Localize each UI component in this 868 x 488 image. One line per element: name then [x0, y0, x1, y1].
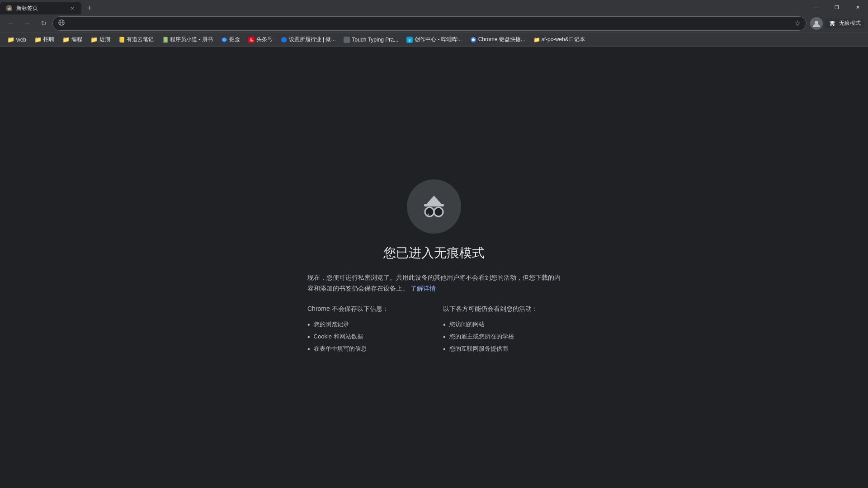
- close-button[interactable]: ✕: [847, 0, 868, 14]
- maximize-button[interactable]: ❐: [826, 0, 847, 14]
- title-bar: 🕵 新标签页 ✕ + — ❐ ✕: [0, 0, 868, 14]
- learn-more-link[interactable]: 了解详情: [410, 285, 436, 292]
- main-content: 您已进入无痕模式 现在，您便可进行私密浏览了。共用此设备的其他用户将不会看到您的…: [0, 47, 868, 488]
- bookmark-coding[interactable]: 📁 编程: [59, 34, 86, 45]
- bookmark-label: Touch Typing Pra...: [352, 37, 398, 43]
- bookmark-youdao[interactable]: 📒 有道云笔记: [115, 34, 157, 45]
- typing-icon: [344, 37, 350, 43]
- bookmark-chrome-shortcuts[interactable]: Chrome 键盘快捷...: [467, 34, 529, 45]
- bilibili-icon: B: [406, 37, 413, 43]
- forward-button[interactable]: →: [20, 16, 34, 31]
- bookmark-label: 头条号: [256, 36, 273, 43]
- back-button[interactable]: ←: [4, 16, 18, 31]
- bookmark-juejin[interactable]: 掘 掘金: [217, 34, 244, 45]
- bookmark-settings[interactable]: 设置所履行业 | 微...: [277, 34, 340, 45]
- folder-icon: 📁: [90, 36, 98, 43]
- window-controls: — ❐ ✕: [806, 0, 868, 14]
- bookmark-label: Chrome 键盘快捷...: [478, 36, 525, 43]
- list-item: 您的浏览记录: [307, 319, 425, 331]
- settings-icon: [281, 37, 287, 43]
- address-security-icon: [58, 19, 65, 27]
- bookmark-coder[interactable]: 📗 程序员小道 - 册书: [158, 34, 217, 45]
- not-saved-section: Chrome 不会保存以下信息： 您的浏览记录 Cookie 和网站数据 在表单…: [307, 305, 425, 356]
- bookmarks-bar: 📁 web 📁 招聘 📁 编程 📁 近期 📒 有道云笔记 📗 程序员小道 - 册…: [0, 33, 868, 47]
- incognito-panel: 您已进入无痕模式 现在，您便可进行私密浏览了。共用此设备的其他用户将不会看到您的…: [298, 179, 570, 355]
- profile-button[interactable]: [810, 17, 823, 30]
- bookmark-label: sf-pc-web&日记本: [542, 36, 585, 43]
- list-item: Cookie 和网站数据: [307, 331, 425, 343]
- bookmark-sf-web[interactable]: 📁 sf-pc-web&日记本: [530, 34, 589, 45]
- svg-point-8: [830, 24, 832, 26]
- refresh-button[interactable]: ↻: [36, 16, 51, 31]
- sf-icon: 📁: [533, 37, 540, 43]
- svg-rect-16: [344, 37, 350, 43]
- bookmark-label: 创作中心 - 哔哩哔...: [415, 36, 462, 43]
- svg-point-5: [815, 21, 818, 24]
- list-item: 在表单中填写的信息: [307, 343, 425, 355]
- svg-rect-21: [424, 204, 444, 206]
- bookmark-recent[interactable]: 📁 近期: [87, 34, 114, 45]
- juejin-icon: 掘: [221, 37, 227, 43]
- address-bar[interactable]: ☆: [52, 16, 807, 31]
- bookmark-recruit[interactable]: 📁 招聘: [31, 34, 58, 45]
- bookmark-bilibili[interactable]: B 创作中心 - 哔哩哔...: [403, 34, 466, 45]
- tab-title: 新标签页: [16, 5, 65, 12]
- tab-favicon: 🕵: [5, 5, 13, 12]
- info-grid: Chrome 不会保存以下信息： 您的浏览记录 Cookie 和网站数据 在表单…: [298, 305, 570, 356]
- still-visible-list: 您访问的网站 您的雇主或您所在的学校 您的互联网服务提供商: [443, 319, 561, 356]
- incognito-description: 现在，您便可进行私密浏览了。共用此设备的其他用户将不会看到您的活动，但您下载的内…: [298, 272, 570, 294]
- bookmark-label: web: [16, 37, 26, 43]
- coder-icon: 📗: [162, 37, 168, 43]
- not-saved-list: 您的浏览记录 Cookie 和网站数据 在表单中填写的信息: [307, 319, 425, 356]
- incognito-badge[interactable]: 无痕模式: [825, 19, 864, 28]
- active-tab[interactable]: 🕵 新标签页 ✕: [0, 2, 81, 14]
- not-saved-title: Chrome 不会保存以下信息：: [307, 305, 425, 313]
- address-input[interactable]: [68, 20, 791, 27]
- nav-bar: ← → ↻ ☆ 无痕模式: [0, 14, 868, 33]
- folder-icon: 📁: [34, 36, 42, 43]
- bookmark-label: 掘金: [229, 36, 240, 43]
- youdao-icon: 📒: [118, 37, 125, 43]
- svg-text:掘: 掘: [223, 38, 226, 41]
- bookmark-label: 近期: [99, 36, 110, 43]
- toutiao-icon: 头: [248, 37, 255, 43]
- svg-text:头: 头: [249, 38, 253, 42]
- chrome-icon: [470, 37, 476, 43]
- list-item: 您的互联网服务提供商: [443, 343, 561, 355]
- tab-strip: 🕵 新标签页 ✕ +: [0, 0, 806, 14]
- incognito-illustration: [418, 190, 450, 223]
- bookmark-star-icon[interactable]: ☆: [794, 19, 801, 28]
- new-tab-button[interactable]: +: [83, 2, 96, 14]
- folder-icon: 📁: [62, 36, 70, 43]
- bookmark-typing[interactable]: Touch Typing Pra...: [340, 35, 402, 45]
- still-visible-section: 以下各方可能仍会看到您的活动： 您访问的网站 您的雇主或您所在的学校 您的互联网…: [443, 305, 561, 356]
- svg-text:🕵: 🕵: [7, 6, 12, 11]
- bookmark-label: 程序员小道 - 册书: [170, 36, 213, 43]
- bookmark-label: 编程: [71, 36, 82, 43]
- bookmark-label: 设置所履行业 | 微...: [289, 36, 336, 43]
- svg-rect-10: [830, 21, 835, 22]
- svg-point-9: [833, 24, 835, 26]
- list-item: 您访问的网站: [443, 319, 561, 331]
- still-visible-title: 以下各方可能仍会看到您的活动：: [443, 305, 561, 313]
- svg-point-23: [434, 207, 443, 216]
- bookmark-toutiao[interactable]: 头 头条号: [245, 34, 276, 45]
- incognito-title: 您已进入无痕模式: [383, 244, 485, 262]
- svg-point-20: [472, 38, 475, 41]
- bookmark-label: 招聘: [43, 36, 54, 43]
- bookmark-web[interactable]: 📁 web: [4, 34, 30, 45]
- tab-close-button[interactable]: ✕: [69, 5, 76, 12]
- incognito-icon-circle: [407, 179, 461, 234]
- bookmark-label: 有道云笔记: [127, 36, 154, 43]
- minimize-button[interactable]: —: [806, 0, 826, 14]
- svg-point-15: [281, 37, 287, 42]
- svg-point-22: [425, 207, 434, 216]
- incognito-label: 无痕模式: [839, 19, 861, 27]
- list-item: 您的雇主或您所在的学校: [443, 331, 561, 343]
- svg-text:B: B: [408, 38, 410, 42]
- folder-icon: 📁: [7, 36, 14, 43]
